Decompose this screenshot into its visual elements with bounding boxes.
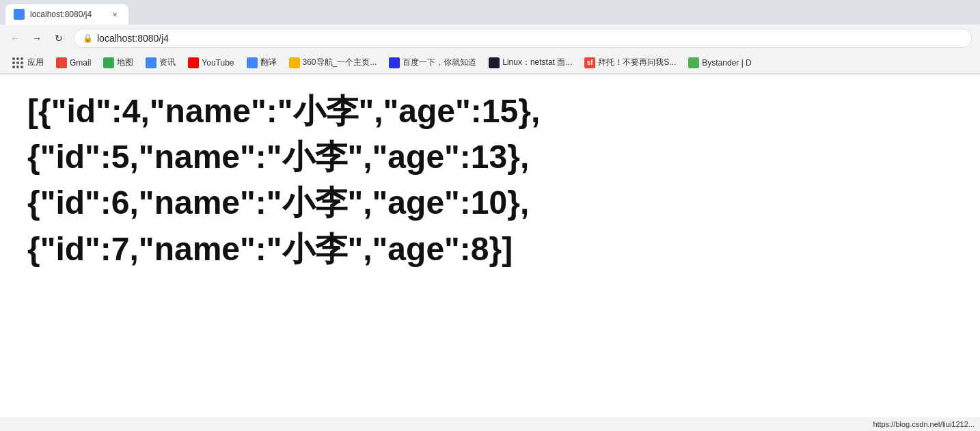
bookmark-bystander-label: Bystander | D: [702, 58, 751, 68]
bookmark-sf[interactable]: sf 拜托！不要再问我S...: [579, 55, 681, 71]
bookmarks-bar: 应用 Gmail 地图 资讯 YouTube 翻译 360导航_一个主页...: [0, 52, 980, 74]
bookmark-360-label: 360导航_一个主页...: [303, 57, 377, 68]
sf-favicon: sf: [584, 57, 595, 68]
back-button[interactable]: ←: [5, 29, 25, 48]
apps-grid-icon: [11, 56, 25, 70]
bookmark-baidu[interactable]: 百度一下，你就知道: [383, 55, 482, 71]
linux-favicon: [489, 57, 500, 68]
bookmark-gmail[interactable]: Gmail: [51, 55, 96, 71]
status-url: https://blog.csdn.net/liui1212...: [873, 420, 975, 428]
bystander-favicon: [688, 57, 699, 68]
bookmark-translate[interactable]: 翻译: [241, 55, 282, 71]
tab-favicon: [14, 9, 25, 20]
url-text: localhost:8080/j4: [97, 33, 963, 44]
baidu-favicon: [389, 57, 400, 68]
bookmark-gmail-label: Gmail: [70, 58, 91, 68]
bookmark-translate-label: 翻译: [260, 57, 277, 68]
bookmark-360[interactable]: 360导航_一个主页...: [284, 55, 383, 71]
page-content: [{"id":4,"name":"小李","age":15}, {"id":5,…: [0, 74, 980, 286]
bookmark-maps-label: 地图: [117, 57, 133, 68]
bookmark-youtube-label: YouTube: [202, 58, 234, 68]
gmail-favicon: [56, 57, 67, 68]
navigation-toolbar: ← → ↻ 🔒 localhost:8080/j4: [0, 25, 980, 52]
json-output: [{"id":4,"name":"小李","age":15}, {"id":5,…: [27, 88, 953, 272]
bookmark-news-label: 资讯: [159, 57, 176, 68]
reload-button[interactable]: ↻: [49, 29, 68, 48]
bookmark-apps[interactable]: 应用: [5, 55, 49, 71]
youtube-favicon: [188, 57, 199, 68]
news-favicon: [146, 57, 156, 68]
bookmark-news[interactable]: 资讯: [140, 55, 181, 71]
maps-favicon: [103, 57, 114, 68]
bookmark-apps-label: 应用: [27, 57, 44, 68]
bookmark-linux[interactable]: Linux：netstat 面...: [483, 55, 577, 71]
bookmark-youtube[interactable]: YouTube: [182, 55, 239, 71]
browser-chrome: localhost:8080/j4 ✕ ← → ↻ 🔒 localhost:80…: [0, 0, 980, 74]
bookmark-maps[interactable]: 地图: [98, 55, 139, 71]
bookmark-baidu-label: 百度一下，你就知道: [403, 57, 476, 68]
active-tab[interactable]: localhost:8080/j4 ✕: [5, 4, 128, 25]
bookmark-bystander[interactable]: Bystander | D: [683, 55, 757, 71]
lock-icon: 🔒: [83, 33, 93, 43]
forward-button[interactable]: →: [27, 29, 46, 48]
tab-close-button[interactable]: ✕: [109, 9, 120, 20]
tabs-bar: localhost:8080/j4 ✕: [0, 0, 980, 25]
address-bar[interactable]: 🔒 localhost:8080/j4: [74, 29, 972, 48]
translate-favicon: [247, 57, 258, 68]
status-bar: https://blog.csdn.net/liui1212...: [0, 417, 980, 431]
bookmark-linux-label: Linux：netstat 面...: [502, 57, 572, 68]
tab-title: localhost:8080/j4: [30, 10, 104, 19]
bookmark-sf-label: 拜托！不要再问我S...: [598, 57, 676, 68]
360-favicon: [289, 57, 300, 68]
